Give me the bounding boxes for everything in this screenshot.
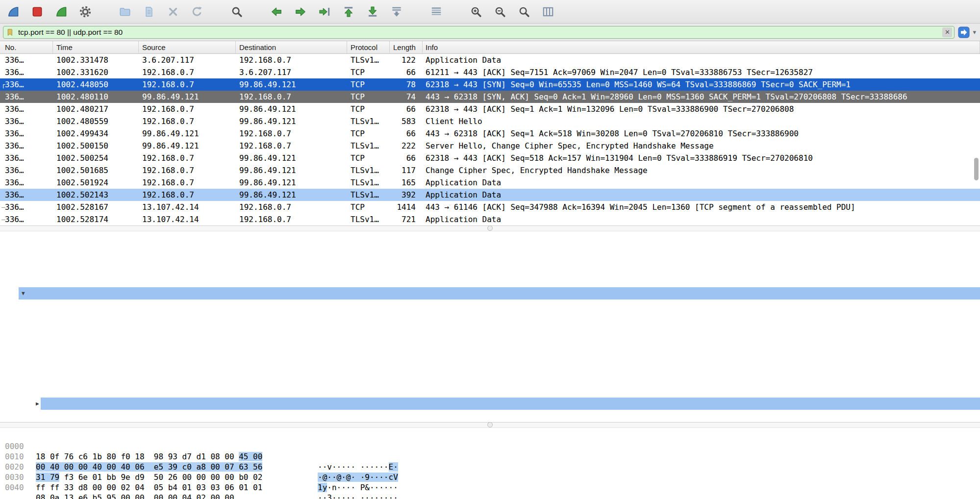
packet-row[interactable]: 336… 1002.502143 192.168.0.7 99.86.49.12…	[0, 189, 980, 201]
hex-row[interactable]: 0040 08 0a 13 e6 b5 95 00 00 00 00 04 02…	[0, 472, 980, 482]
packet-row[interactable]: 336… 1002.501924 192.168.0.7 99.86.49.12…	[0, 176, 980, 189]
zoom-in-button[interactable]	[468, 3, 484, 21]
restart-capture-button[interactable]	[53, 3, 69, 21]
cell-no: 336…	[0, 66, 53, 78]
display-filter-input[interactable]: tcp.port == 80 || udp.port == 80 ✕	[3, 26, 955, 39]
detail-row[interactable]: .... ..0. .... = Urgent: Not set	[0, 349, 980, 361]
document-icon	[143, 5, 155, 18]
cell-info: Change Cipher Spec, Encrypted Handshake …	[423, 164, 980, 176]
cell-length: 117	[390, 164, 423, 176]
cell-info: 62318 → 443 [ACK] Seq=1 Ack=1 Win=132096…	[423, 103, 980, 115]
detail-row[interactable]: Sequence number (raw): 2665041958	[0, 231, 980, 238]
cell-protocol: TCP	[347, 66, 390, 78]
cell-protocol: TCP	[347, 103, 390, 115]
cell-source: 192.168.0.7	[139, 66, 236, 78]
detail-row[interactable]: Acknowledgment number: 0	[0, 250, 980, 263]
detail-row[interactable]: .... ...0 .... = Acknowledgment: Not set	[0, 361, 980, 373]
detail-row[interactable]: 1011 .... = Header Length: 44 bytes (11)	[0, 275, 980, 287]
cell-no: 336…	[0, 103, 53, 115]
detail-row[interactable]: 000. .... .... = Reserved: Not set	[0, 299, 980, 312]
packet-row[interactable]: 336… 1002.480559 192.168.0.7 99.86.49.12…	[0, 115, 980, 127]
conversation-mark: –	[1, 213, 8, 225]
column-header[interactable]: Time	[53, 41, 139, 53]
autoscroll-button[interactable]	[388, 3, 404, 21]
detail-row[interactable]: [Next sequence number: 1 (relative seque…	[0, 238, 980, 250]
details-bytes-splitter[interactable]	[0, 422, 980, 428]
open-file-button[interactable]	[117, 3, 133, 21]
list-details-splitter[interactable]	[0, 225, 980, 231]
packet-row[interactable]: 336… 1002.480110 99.86.49.121 192.168.0.…	[0, 91, 980, 103]
cell-length: 66	[390, 152, 423, 164]
cell-no: 336…	[0, 152, 53, 164]
detail-row[interactable]: ▶ .... .... ..1. = Syn: Set	[0, 398, 980, 410]
column-header[interactable]: No.	[0, 41, 53, 53]
cell-info: Application Data	[423, 213, 980, 225]
packet-row[interactable]: 336… 1002.331620 192.168.0.7 3.6.207.117…	[0, 66, 980, 78]
resize-columns-button[interactable]	[540, 3, 556, 21]
arrow-down-to-bottom-icon	[366, 5, 379, 18]
save-file-button[interactable]	[141, 3, 157, 21]
detail-row[interactable]: .... .0.. .... = ECN-Echo: Not set	[0, 336, 980, 349]
filter-apply-button[interactable]	[958, 26, 970, 38]
column-header[interactable]: Info	[423, 41, 980, 53]
toolbar-separator	[252, 11, 260, 12]
detail-row[interactable]: .... .... .0.. = Reset: Not set	[0, 385, 980, 398]
hex-bytes: ff ff 33 d8 00 00 02 04 05 b4 01 03 03 0…	[36, 482, 262, 493]
packet-row[interactable]: 336… 1002.500150 99.86.49.121 192.168.0.…	[0, 140, 980, 152]
cell-length: 222	[390, 140, 423, 152]
toolbar-separator	[101, 11, 109, 12]
packet-row[interactable]: 336… 1002.501685 192.168.0.7 99.86.49.12…	[0, 164, 980, 176]
cell-time: 1002.501685	[53, 164, 139, 176]
column-header[interactable]: Source	[139, 41, 236, 53]
capture-options-button[interactable]	[77, 3, 93, 21]
cell-length: 392	[390, 189, 423, 201]
packet-row[interactable]: – 336… 1002.528167 13.107.42.14 192.168.…	[0, 201, 980, 213]
toolbar-separator	[452, 11, 460, 12]
packet-row[interactable]: 336… 1002.499434 99.86.49.121 192.168.0.…	[0, 127, 980, 140]
packet-row[interactable]: ┌ 336… 1002.448050 192.168.0.7 99.86.49.…	[0, 78, 980, 91]
hex-row[interactable]: 0010 00 40 00 00 40 00 40 06 e5 39 c0 a8…	[0, 441, 980, 451]
detail-row[interactable]: ▼ Flags: 0x002 (SYN)	[0, 287, 980, 299]
detail-row[interactable]: ...0 .... .... = Nonce: Not set	[0, 312, 980, 324]
first-packet-button[interactable]	[340, 3, 356, 21]
stop-capture-button[interactable]	[29, 3, 45, 21]
cell-info: 443 → 61146 [ACK] Seq=347988 Ack=16394 W…	[423, 201, 980, 213]
filter-clear-button[interactable]: ✕	[942, 27, 952, 37]
detail-row[interactable]: Acknowledgment number (raw): 0	[0, 263, 980, 275]
hex-row[interactable]: 0020 31 79 f3 6e 01 bb 9e d9 50 26 00 00…	[0, 451, 980, 462]
next-packet-button[interactable]	[292, 3, 308, 21]
goto-packet-button[interactable]	[316, 3, 332, 21]
hex-row[interactable]: 0030 ff ff 33 d8 00 00 02 04 05 b4 01 03…	[0, 462, 980, 472]
cell-no: 336…	[0, 115, 53, 127]
packet-row[interactable]: 336… 1002.500254 192.168.0.7 99.86.49.12…	[0, 152, 980, 164]
packet-row[interactable]: – 336… 1002.528174 13.107.42.14 192.168.…	[0, 213, 980, 225]
cell-info: Server Hello, Change Cipher Spec, Encryp…	[423, 140, 980, 152]
expand-arrow-icon[interactable]: ▼	[22, 287, 25, 299]
reload-file-button[interactable]	[189, 3, 205, 21]
cell-time: 1002.331620	[53, 66, 139, 78]
packet-bytes-pane: 0000 18 0f 76 c6 1b 80 f0 18 98 93 d7 d1…	[0, 428, 980, 499]
cell-source: 99.86.49.121	[139, 127, 236, 140]
detail-row[interactable]: .... 0... .... = Congestion Window Reduc…	[0, 324, 980, 336]
zoom-out-button[interactable]	[492, 3, 508, 21]
expand-arrow-icon[interactable]: ▶	[36, 398, 39, 410]
last-packet-button[interactable]	[364, 3, 380, 21]
hex-row[interactable]: 0000 18 0f 76 c6 1b 80 f0 18 98 93 d7 d1…	[0, 431, 980, 441]
find-packet-button[interactable]	[228, 3, 245, 21]
column-header[interactable]: Destination	[236, 41, 347, 53]
detail-row[interactable]: .... .... 0... = Push: Not set	[0, 373, 980, 385]
filter-dropdown-chevron[interactable]: ▾	[973, 28, 976, 36]
cell-source: 192.168.0.7	[139, 78, 236, 91]
hex-offset: 0040	[5, 482, 24, 493]
previous-packet-button[interactable]	[268, 3, 284, 21]
packet-row[interactable]: 336… 1002.331478 3.6.207.117 192.168.0.7…	[0, 54, 980, 66]
zoom-normal-button[interactable]	[516, 3, 532, 21]
column-header[interactable]: Length	[390, 41, 423, 53]
packet-row[interactable]: 336… 1002.480217 192.168.0.7 99.86.49.12…	[0, 103, 980, 115]
colorize-button[interactable]	[428, 3, 444, 21]
column-header[interactable]: Protocol	[347, 41, 390, 53]
close-file-button[interactable]	[165, 3, 181, 21]
cell-no: 336…	[0, 78, 53, 91]
detail-row[interactable]: .... .... ...0 = Fin: Not set	[0, 410, 980, 422]
start-capture-button[interactable]	[5, 3, 21, 21]
